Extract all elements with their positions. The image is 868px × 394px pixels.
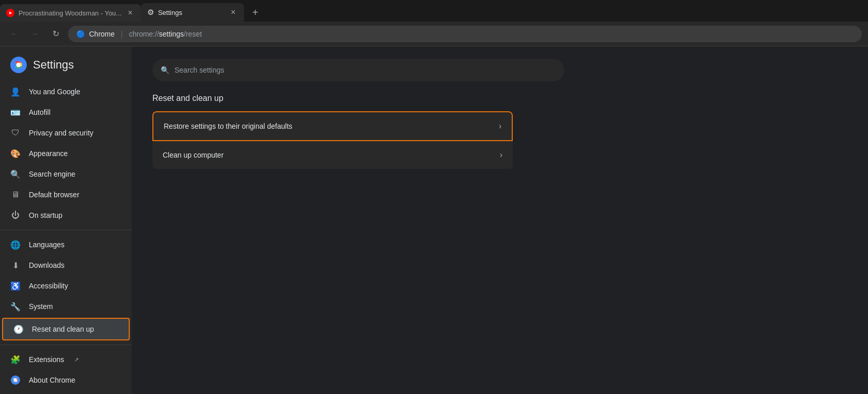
puzzle-icon: 🧩 (10, 354, 21, 365)
sidebar-item-search-engine[interactable]: 🔍 Search engine (0, 164, 132, 184)
clean-up-computer-label: Clean up computer (163, 151, 223, 159)
sidebar-item-on-startup[interactable]: ⏻ On startup (0, 205, 132, 226)
sidebar: Settings 👤 You and Google 🪪 Autofill 🛡 P… (0, 46, 132, 394)
clean-up-computer-row[interactable]: Clean up computer › (152, 141, 513, 169)
sidebar-label-reset: Reset and clean up (32, 325, 94, 333)
sidebar-label-system: System (29, 302, 53, 311)
settings-card: Restore settings to their original defau… (152, 111, 513, 169)
wrench-icon: 🔧 (10, 301, 21, 312)
sidebar-item-extensions[interactable]: 🧩 Extensions ↗ (0, 349, 132, 370)
sidebar-label-downloads: Downloads (29, 261, 64, 269)
tab-youtube-close[interactable]: × (126, 8, 135, 18)
url-bar[interactable]: 🔵 Chrome | chrome://settings/reset (68, 26, 862, 42)
card-icon: 🪪 (10, 107, 21, 117)
palette-icon: 🎨 (10, 148, 21, 159)
svg-point-5 (14, 379, 17, 382)
search-bar[interactable]: 🔍 (152, 59, 564, 81)
sidebar-label-search-engine: Search engine (29, 170, 75, 178)
sidebar-label-about: About Chrome (29, 376, 75, 384)
power-icon: ⏻ (10, 210, 21, 220)
external-link-icon: ↗ (74, 356, 79, 363)
search-icon: 🔍 (10, 169, 21, 179)
sidebar-item-accessibility[interactable]: ♿ Accessibility (0, 276, 132, 296)
sidebar-label-on-startup: On startup (29, 211, 62, 219)
search-input[interactable] (175, 66, 556, 74)
sidebar-item-default-browser[interactable]: 🖥 Default browser (0, 184, 132, 205)
sidebar-label-extensions: Extensions (29, 355, 64, 364)
tab-settings-label: Settings (158, 9, 182, 16)
tab-settings[interactable]: ⚙ Settings × (141, 3, 244, 22)
person-icon: 👤 (10, 87, 21, 97)
sidebar-label-default-browser: Default browser (29, 191, 79, 199)
forward-button[interactable]: → (27, 26, 43, 42)
restore-defaults-chevron: › (499, 122, 501, 131)
accessibility-icon: ♿ (10, 281, 21, 291)
url-separator: | (121, 30, 123, 38)
new-tab-button[interactable]: + (248, 5, 263, 20)
restore-defaults-label: Restore settings to their original defau… (164, 122, 292, 130)
sidebar-label-languages: Languages (29, 241, 64, 249)
reset-icon: 🕐 (13, 324, 24, 334)
sidebar-label-appearance: Appearance (29, 149, 68, 158)
sidebar-item-autofill[interactable]: 🪪 Autofill (0, 102, 132, 123)
section-title: Reset and clean up (152, 94, 847, 103)
sidebar-item-languages[interactable]: 🌐 Languages (0, 234, 132, 255)
sidebar-label-autofill: Autofill (29, 108, 50, 116)
restore-defaults-row[interactable]: Restore settings to their original defau… (152, 111, 513, 141)
sidebar-label-privacy: Privacy and security (29, 129, 93, 137)
browser-icon: 🖥 (10, 190, 21, 200)
reload-button[interactable]: ↻ (47, 26, 64, 42)
download-icon: ⬇ (10, 260, 21, 270)
sidebar-item-downloads[interactable]: ⬇ Downloads (0, 255, 132, 276)
tab-youtube-label: Procrastinating Woodsman - You... (19, 9, 121, 17)
shield-icon: 🛡 (10, 128, 21, 138)
address-bar: ← → ↻ 🔵 Chrome | chrome://settings/reset (0, 22, 868, 46)
site-name: Chrome (89, 30, 115, 38)
sidebar-item-you-and-google[interactable]: 👤 You and Google (0, 81, 132, 102)
sidebar-item-reset[interactable]: 🕐 Reset and clean up (2, 318, 130, 340)
chrome-icon (10, 375, 21, 385)
tab-youtube[interactable]: Procrastinating Woodsman - You... × (0, 4, 141, 22)
sidebar-item-system[interactable]: 🔧 System (0, 296, 132, 317)
clean-up-computer-chevron: › (500, 150, 502, 160)
nav-divider-2 (0, 345, 132, 345)
chrome-logo (10, 57, 27, 73)
youtube-favicon (6, 9, 14, 17)
settings-header: Settings (0, 50, 132, 81)
sidebar-item-appearance[interactable]: 🎨 Appearance (0, 143, 132, 164)
site-icon: 🔵 (76, 30, 85, 38)
sidebar-item-about[interactable]: About Chrome (0, 370, 132, 390)
sidebar-label-accessibility: Accessibility (29, 282, 68, 290)
settings-page-title: Settings (33, 58, 74, 72)
main-layout: Settings 👤 You and Google 🪪 Autofill 🛡 P… (0, 46, 868, 394)
url-text: chrome://settings/reset (129, 30, 202, 38)
tab-settings-close[interactable]: × (229, 8, 238, 17)
sidebar-label-you-and-google: You and Google (29, 88, 80, 96)
search-icon-content: 🔍 (161, 66, 169, 74)
gear-icon-tab: ⚙ (147, 8, 154, 17)
header-area: 🔍 (152, 59, 847, 81)
nav-divider-1 (0, 230, 132, 230)
svg-point-2 (16, 63, 21, 67)
globe-icon: 🌐 (10, 239, 21, 250)
tab-bar: Procrastinating Woodsman - You... × ⚙ Se… (0, 0, 868, 22)
content-area: 🔍 Reset and clean up Restore settings to… (132, 46, 868, 394)
sidebar-item-privacy[interactable]: 🛡 Privacy and security (0, 123, 132, 143)
search-container: 🔍 (152, 59, 564, 81)
back-button[interactable]: ← (6, 26, 23, 42)
